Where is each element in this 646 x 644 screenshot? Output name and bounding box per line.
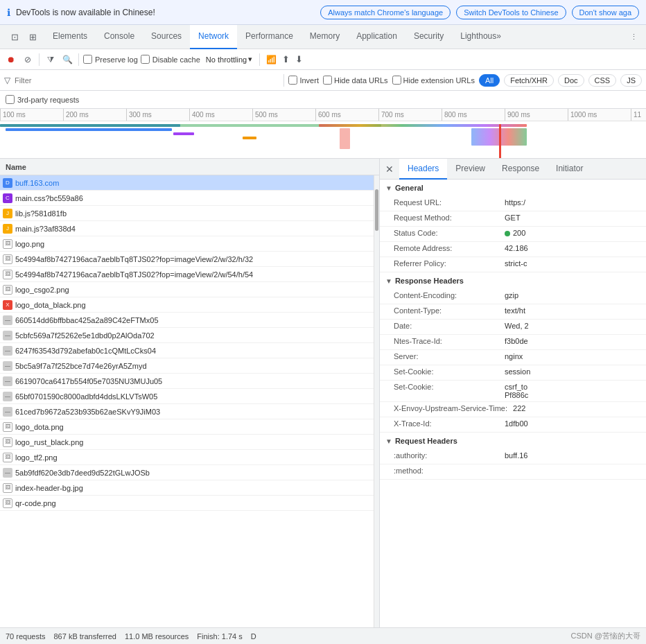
scrollbar[interactable] (374, 175, 379, 627)
thirdparty-label[interactable]: 3rd-party requests (6, 95, 79, 104)
list-item[interactable]: Dbuff.163.com (0, 175, 374, 191)
search-icon[interactable]: 🔍 (60, 53, 74, 67)
tab-headers[interactable]: Headers (399, 159, 447, 180)
tab-sources[interactable]: Sources (143, 25, 190, 49)
record-icon[interactable]: ⏺ (4, 53, 18, 67)
tab-bar: ⊡ ⊞ Elements Console Sources Network Per… (0, 25, 646, 49)
tick-400: 400 ms (189, 109, 215, 121)
list-item[interactable]: 🖼5c4994af8b7427196aca7aeblbTq8TJS02?fop=… (0, 267, 374, 282)
tab-initiator[interactable]: Initiator (548, 159, 591, 180)
invert-checkbox[interactable] (288, 76, 297, 85)
request-name: logo_dota.png (15, 423, 371, 431)
key-set-cookie-1: Set-Cookie: (394, 367, 505, 376)
filter-js-btn[interactable]: JS (620, 74, 642, 87)
request-name: logo_tf2.png (15, 453, 371, 462)
tab-response[interactable]: Response (494, 159, 548, 180)
hide-data-checkbox[interactable] (323, 76, 332, 85)
list-item[interactable]: 🖼logo_rust_black.png (0, 435, 374, 450)
row-set-cookie-1: Set-Cookie: session (380, 365, 646, 381)
clear-icon[interactable]: ⊘ (21, 53, 35, 67)
responsive-icon[interactable]: ⊞ (25, 29, 40, 44)
list-item[interactable]: Cmain.css?bc559a86 (0, 191, 374, 206)
tab-security[interactable]: Security (405, 25, 452, 49)
list-item[interactable]: —5bc5a9f7a7f252bce7d74e26yrA5Zmyd (0, 358, 374, 374)
list-item[interactable]: 🖼logo_tf2.png (0, 450, 374, 465)
hide-ext-checkbox[interactable] (392, 76, 401, 85)
throttle-text: No throttling (206, 55, 247, 64)
val-x-trace: 1dfb00 (505, 419, 640, 428)
tab-elements[interactable]: Elements (44, 25, 96, 49)
img-type-icon: 🖼 (3, 483, 12, 493)
divider3 (259, 53, 260, 66)
filter-all-btn[interactable]: All (479, 74, 500, 87)
hide-data-label[interactable]: Hide data URLs (323, 76, 388, 85)
row-content-type: Content-Type: text/ht (380, 304, 646, 320)
disable-cache-checkbox[interactable] (141, 55, 150, 64)
list-item[interactable]: Xlogo_dota_black.png (0, 297, 374, 313)
filter-doc-btn[interactable]: Doc (558, 74, 584, 87)
tab-network[interactable]: Network (190, 25, 237, 49)
request-name: 5c4994af8b7427196aca7aeblbTq8TJS02?fop=i… (15, 270, 371, 279)
download-icon[interactable]: ⬇ (294, 53, 304, 66)
thirdparty-checkbox[interactable] (6, 95, 15, 104)
tab-memory[interactable]: Memory (302, 25, 348, 49)
disable-cache-label[interactable]: Disable cache (141, 55, 200, 64)
preserve-log-checkbox[interactable] (83, 55, 92, 64)
list-item[interactable]: 🖼5c4994af8b7427196aca7aeblbTq8TJS02?fop=… (0, 252, 374, 267)
filter-xhr-btn[interactable]: Fetch/XHR (504, 74, 554, 87)
dont-show-btn[interactable]: Don't show aga (572, 6, 639, 19)
request-name: logo_csgo2.png (15, 286, 371, 294)
response-headers-content: Content-Encoding: gzip Content-Type: tex… (380, 289, 646, 433)
list-item[interactable]: Jmain.js?3af838d4 (0, 221, 374, 236)
tab-performance[interactable]: Performance (237, 25, 302, 49)
preserve-log-label[interactable]: Preserve log (83, 55, 138, 64)
list-item[interactable]: —5cbfc569a7f25262e5e1dbd0p2AlOda702 (0, 328, 374, 343)
timeline[interactable]: 100 ms 200 ms 300 ms 400 ms 500 ms 600 m… (0, 109, 646, 159)
divider1 (39, 53, 40, 66)
wifi-icon[interactable]: 📶 (264, 53, 278, 67)
list-item[interactable]: 🖼logo_csgo2.png (0, 282, 374, 297)
img-type-icon: 🖼 (3, 453, 12, 462)
val-content-encoding: gzip (505, 291, 640, 299)
row-referrer-policy: Referrer Policy: strict-c (380, 257, 646, 272)
list-item[interactable]: —61ced7b9672a523b935b62aeSKvY9JiM03 (0, 404, 374, 419)
list-item[interactable]: —65bf0701590c8000adbfd4ddsLKLVTsW05 (0, 389, 374, 404)
switch-to-chinese-btn[interactable]: Switch DevTools to Chinese (456, 6, 566, 19)
filter-css-btn[interactable]: CSS (588, 74, 617, 87)
detail-close-btn[interactable]: ✕ (380, 159, 399, 180)
list-item[interactable]: Jlib.js?581d81fb (0, 206, 374, 221)
tab-application[interactable]: Application (348, 25, 405, 49)
always-match-btn[interactable]: Always match Chrome's language (320, 6, 451, 19)
tab-lighthouse[interactable]: Lighthous» (452, 25, 509, 49)
general-section-header[interactable]: ▼ General (380, 180, 646, 196)
upload-icon[interactable]: ⬆ (281, 53, 291, 66)
list-item[interactable]: 🖼logo_dota.png (0, 419, 374, 435)
list-item[interactable]: 🖼index-header-bg.jpg (0, 480, 374, 496)
request-headers-section[interactable]: ▼ Request Headers (380, 433, 646, 449)
list-item[interactable]: 🖼logo.png (0, 236, 374, 252)
dock-icon[interactable]: ⊡ (7, 29, 22, 44)
filter-icon-btn[interactable]: ⧩ (44, 53, 58, 67)
throttle-select[interactable]: No throttling ▾ (203, 54, 255, 64)
list-item[interactable]: —660514dd6bffbbac425a2a89C42eFTMx05 (0, 313, 374, 328)
general-section-content: Request URL: https:/ Request Method: GET… (380, 196, 646, 272)
list-item[interactable]: —5ab9fdf620e3db7deed9d522tGLwJOSb (0, 465, 374, 480)
row-ntes-trace: Ntes-Trace-Id: f3b0de (380, 335, 646, 350)
scroll-thumb[interactable] (375, 189, 378, 231)
row-request-url: Request URL: https:/ (380, 196, 646, 211)
hide-ext-label[interactable]: Hide extension URLs (392, 76, 475, 85)
other-type-icon: — (3, 346, 12, 356)
response-headers-section[interactable]: ▼ Response Headers (380, 272, 646, 289)
filter-input[interactable] (15, 76, 279, 85)
request-name: 5cbfc569a7f25262e5e1dbd0p2AlOda702 (15, 331, 371, 340)
list-item[interactable]: —6619070ca6417b554f05e7035NU3MUJu05 (0, 374, 374, 389)
list-item[interactable]: —6247f63543d792abefab0c1cQMtLcCks04 (0, 343, 374, 358)
tick-900: 900 ms (505, 109, 530, 121)
other-type-icon: — (3, 468, 12, 478)
img-type-icon: 🖼 (3, 239, 12, 249)
more-tabs-icon[interactable]: ⋮ (625, 33, 643, 42)
tab-console[interactable]: Console (96, 25, 143, 49)
list-item[interactable]: 🖼qr-code.png (0, 496, 374, 511)
tab-preview[interactable]: Preview (447, 159, 494, 180)
invert-label[interactable]: Invert (288, 76, 319, 85)
